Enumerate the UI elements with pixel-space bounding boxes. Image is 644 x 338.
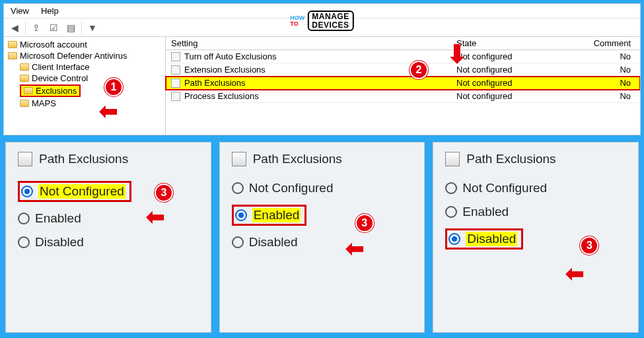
tree-item-msaccount[interactable]: Microsoft account xyxy=(7,39,162,50)
setting-icon xyxy=(171,79,180,88)
arrow-icon: ⬅ xyxy=(345,235,364,261)
export-icon[interactable]: ⇪ xyxy=(30,21,43,34)
folder-icon xyxy=(24,87,33,94)
menu-view[interactable]: View xyxy=(11,6,29,16)
step-badge-2: 2 xyxy=(410,61,428,79)
setting-icon xyxy=(171,65,180,75)
list-icon[interactable]: ▤ xyxy=(64,21,77,34)
radio-icon xyxy=(445,206,457,218)
tree-item-maps[interactable]: MAPS xyxy=(7,98,162,109)
step-badge-1: 1 xyxy=(104,78,123,96)
step-badge-3: 3 xyxy=(155,184,173,202)
menu-help[interactable]: Help xyxy=(41,6,59,16)
setting-icon xyxy=(171,52,180,61)
nav-tree[interactable]: Microsoft account Microsoft Defender Ant… xyxy=(4,37,166,135)
radio-not-configured[interactable]: Not Configured xyxy=(232,181,413,195)
step-badge-3: 3 xyxy=(355,214,374,232)
radio-enabled[interactable]: Enabled xyxy=(232,205,413,226)
radio-icon xyxy=(18,236,30,248)
settings-list: Setting State Comment Turn off Auto Excl… xyxy=(166,37,640,135)
folder-icon xyxy=(20,75,29,82)
list-row[interactable]: Process Exclusions Not configured No xyxy=(166,90,640,103)
tree-item-defender[interactable]: Microsoft Defender Antivirus xyxy=(7,50,162,61)
dialog-path-exclusions-disabled: Path Exclusions Not Configured Enabled D… xyxy=(433,142,639,333)
folder-icon xyxy=(8,52,17,59)
radio-icon xyxy=(448,233,460,245)
arrow-icon: ⬅ xyxy=(565,260,584,287)
arrow-icon: ⬅ xyxy=(146,203,164,230)
tree-label: Client Interface xyxy=(32,62,89,72)
radio-disabled[interactable]: Disabled xyxy=(232,235,413,250)
tree-item-clientinterface[interactable]: Client Interface xyxy=(7,61,162,73)
radio-enabled[interactable]: Enabled xyxy=(445,205,626,219)
step-badge-3: 3 xyxy=(580,236,598,255)
filter-icon[interactable]: ▼ xyxy=(86,21,99,34)
dialog-title: Path Exclusions xyxy=(39,152,128,166)
radio-disabled[interactable]: Disabled xyxy=(445,228,626,250)
arrow-down-icon: ⬇ xyxy=(447,40,468,69)
radio-icon xyxy=(232,182,244,194)
dialog-path-exclusions-enabled: Path Exclusions Not Configured Enabled D… xyxy=(219,142,425,333)
radio-icon xyxy=(21,186,33,197)
radio-icon xyxy=(445,182,457,194)
folder-icon xyxy=(20,63,29,71)
dialog-path-exclusions-notconfigured: Path Exclusions Not Configured Enabled D… xyxy=(5,142,211,333)
col-state: State xyxy=(456,38,575,48)
col-comment: Comment xyxy=(575,38,635,48)
tree-item-devicecontrol[interactable]: Device Control xyxy=(7,73,162,84)
tree-label: Microsoft Defender Antivirus xyxy=(20,51,127,61)
col-setting: Setting xyxy=(171,38,456,48)
watermark: HOW TO MANAGE DEVICES xyxy=(290,11,353,31)
dialog-title: Path Exclusions xyxy=(253,152,342,166)
list-row-path-exclusions[interactable]: Path Exclusions Not configured No xyxy=(166,77,640,90)
arrow-icon: ⬅ xyxy=(99,98,118,124)
tree-label: Device Control xyxy=(32,73,88,83)
back-icon[interactable]: ◀ xyxy=(8,21,21,34)
policy-icon xyxy=(18,152,32,166)
tree-item-exclusions[interactable]: Exclusions xyxy=(7,84,162,98)
radio-enabled[interactable]: Enabled xyxy=(18,211,199,226)
list-row[interactable]: Extension Exclusions Not configured No xyxy=(166,63,640,77)
policy-icon xyxy=(232,152,246,166)
list-row[interactable]: Turn off Auto Exclusions Not configured … xyxy=(166,50,640,63)
policy-icon xyxy=(445,152,460,166)
folder-icon xyxy=(8,41,17,48)
dialog-title: Path Exclusions xyxy=(466,152,555,166)
properties-icon[interactable]: ☑ xyxy=(47,21,60,34)
setting-icon xyxy=(171,92,180,101)
radio-not-configured[interactable]: Not Configured xyxy=(445,181,626,195)
tree-label: MAPS xyxy=(32,98,56,108)
tree-label: Microsoft account xyxy=(20,40,87,50)
radio-icon xyxy=(235,209,247,221)
folder-icon xyxy=(20,100,29,107)
radio-icon xyxy=(232,236,244,248)
radio-disabled[interactable]: Disabled xyxy=(18,235,199,250)
tree-label: Exclusions xyxy=(36,86,77,96)
list-header: Setting State Comment xyxy=(166,37,640,50)
radio-icon xyxy=(18,213,30,224)
